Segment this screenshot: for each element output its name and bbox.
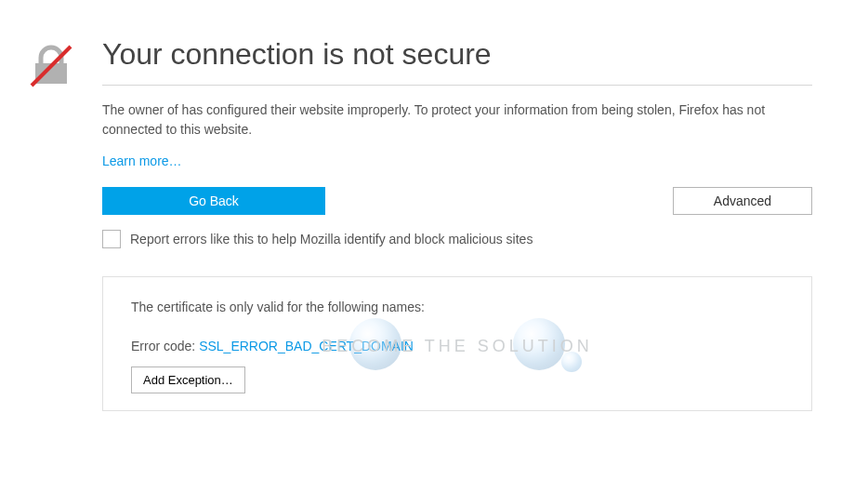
icon-column [28, 37, 102, 411]
error-page: Your connection is not secure The owner … [0, 0, 868, 411]
error-code-prefix: Error code: [131, 339, 199, 353]
report-row: Report errors like this to help Mozilla … [102, 230, 812, 248]
watermark-text: BECOME THE SOLUTION [322, 337, 593, 356]
page-title: Your connection is not secure [102, 37, 812, 86]
insecure-lock-icon [28, 76, 74, 92]
report-label: Report errors like this to help Mozilla … [130, 232, 533, 246]
content-column: Your connection is not secure The owner … [102, 37, 840, 411]
advanced-button[interactable]: Advanced [673, 187, 812, 215]
cert-validity-text: The certificate is only valid for the fo… [131, 300, 783, 314]
description-text: The owner of has configured their websit… [102, 100, 812, 140]
learn-more-link[interactable]: Learn more… [102, 153, 182, 168]
button-row: Go Back Advanced [102, 187, 812, 215]
go-back-button[interactable]: Go Back [102, 187, 325, 215]
add-exception-button[interactable]: Add Exception… [131, 366, 245, 393]
report-checkbox[interactable] [102, 230, 121, 248]
advanced-details-panel: BECOME THE SOLUTION The certificate is o… [102, 276, 812, 411]
